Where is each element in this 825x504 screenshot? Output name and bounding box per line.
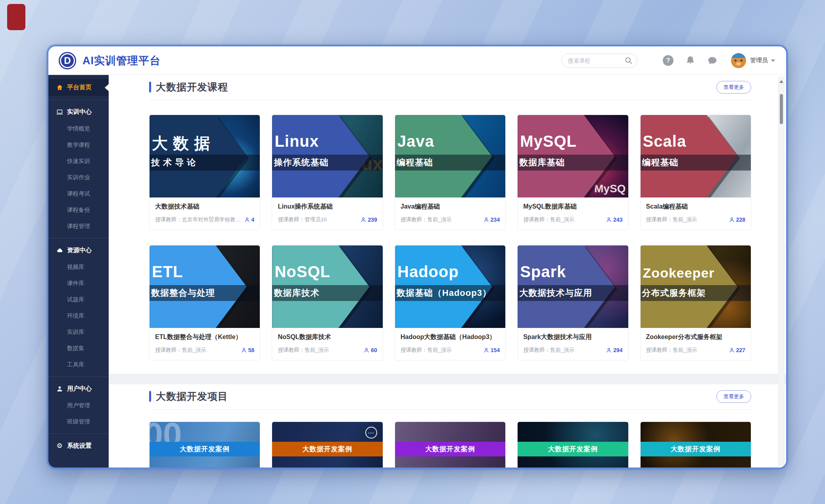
- course-banner-image: 分布式服务框架Zookeeper: [641, 245, 751, 328]
- main-content: 大数据开发课程 查看更多 技 术 导 论大 数 据大数据技术基础授课教师：北京市…: [109, 75, 786, 468]
- sidebar-item-12[interactable]: 视频库: [48, 259, 109, 275]
- student-count: 227: [729, 347, 745, 353]
- sidebar-divider: [48, 100, 109, 100]
- project-card[interactable]: 00大数据开发案例: [149, 422, 260, 468]
- teacher-prefix: 授课教师：: [278, 347, 305, 353]
- project-banner-image: 大数据开发案例: [641, 422, 751, 468]
- projects-more-button[interactable]: 查看更多: [716, 390, 751, 403]
- sidebar-item-8[interactable]: 课程备份: [48, 202, 109, 218]
- courses-more-button[interactable]: 查看更多: [716, 81, 751, 94]
- course-info: MySQL数据库基础授课教师：售前_演示243: [518, 197, 628, 230]
- sidebar-item-label: 视频库: [67, 264, 84, 270]
- sidebar-item-20[interactable]: 用户中心: [48, 380, 109, 397]
- person-icon: [729, 347, 735, 353]
- user-name[interactable]: 管理员: [750, 57, 768, 64]
- sidebar-item-18[interactable]: 工具库: [48, 356, 109, 373]
- teacher-prefix: 授课教师：: [646, 347, 673, 353]
- chat-icon: [707, 56, 718, 66]
- project-card[interactable]: 大数据开发案例: [517, 422, 628, 468]
- banner-subtitle: 数据整合与处理: [150, 287, 215, 299]
- course-card[interactable]: 大数据技术与应用SparkSpark大数据技术与应用授课教师：售前_演示294: [517, 245, 628, 360]
- student-count: 228: [729, 217, 745, 223]
- sidebar-item-2[interactable]: 实训中心: [48, 103, 109, 121]
- course-teacher: 授课教师：管理员10: [278, 216, 358, 223]
- student-count-value: 58: [248, 347, 255, 353]
- sidebar-item-label: 数据集: [67, 345, 84, 351]
- sidebar-item-4[interactable]: 教学课程: [48, 137, 109, 153]
- project-card[interactable]: ⋯大数据开发案例: [272, 422, 383, 468]
- sidebar-item-label: 课件库: [67, 280, 84, 286]
- notifications-button[interactable]: [685, 56, 695, 65]
- banner-title: Spark: [520, 263, 566, 281]
- user-icon: [56, 385, 63, 393]
- help-button[interactable]: ?: [663, 55, 673, 66]
- scroll-up-arrow-icon[interactable]: [779, 80, 783, 83]
- sidebar-item-5[interactable]: 快速实训: [48, 153, 109, 169]
- course-card[interactable]: Linux操作系统基础LinuxLinux操作系统基础授课教师：管理员10239: [272, 115, 383, 230]
- course-card[interactable]: 编程基础ScalaScala编程基础授课教师：售前_演示228: [640, 115, 751, 230]
- sidebar-item-label: 课程考试: [67, 190, 90, 197]
- sidebar-item-6[interactable]: 实训作业: [48, 169, 109, 186]
- course-card[interactable]: 编程基础JavaJava编程基础授课教师：售前_演示234: [395, 115, 506, 230]
- chevron-down-icon[interactable]: [771, 59, 775, 62]
- vertical-scrollbar[interactable]: [778, 77, 785, 466]
- sidebar-item-label: 快速实训: [67, 158, 90, 164]
- banner-subtitle: 编程基础: [641, 157, 679, 169]
- scrollbar-thumb[interactable]: [780, 94, 783, 124]
- course-meta: 授课教师：管理员10239: [278, 216, 377, 223]
- sidebar-item-11[interactable]: 资源中心: [48, 242, 109, 259]
- sidebar-item-21[interactable]: 用户管理: [48, 397, 109, 414]
- sidebar-item-9[interactable]: 课程管理: [48, 218, 109, 234]
- course-banner-image: 编程基础Java: [395, 115, 505, 197]
- help-icon: ?: [663, 55, 673, 66]
- app-body: 平台首页实训中心学情概览教学课程快速实训实训作业课程考试课程备份课程管理资源中心…: [48, 75, 786, 468]
- banner-subtitle-band: 大数据技术与应用: [518, 285, 628, 301]
- project-banner-image: ⋯大数据开发案例: [272, 422, 382, 468]
- sidebar-item-13[interactable]: 课件库: [48, 275, 109, 291]
- app-logo[interactable]: D: [59, 52, 76, 69]
- course-banner-image: 数据整合与处理ETL: [150, 245, 260, 328]
- sidebar-item-22[interactable]: 班级管理: [48, 414, 109, 430]
- sidebar-item-label: 环境库: [67, 312, 84, 319]
- course-info: Hadoop大数据基础（Hadoop3）授课教师：售前_演示154: [395, 328, 505, 360]
- banner-title: Scala: [643, 132, 687, 150]
- banner-subtitle: 数据库技术: [272, 287, 319, 299]
- sidebar-item-0[interactable]: 平台首页: [48, 79, 109, 96]
- course-meta: 授课教师：售前_演示228: [646, 216, 745, 223]
- laptop-icon: [56, 109, 63, 116]
- project-card[interactable]: 大数据开发案例: [395, 422, 506, 468]
- sidebar-item-14[interactable]: 试题库: [48, 291, 109, 308]
- course-card[interactable]: MySQ数据库基础MySQLMySQL数据库基础授课教师：售前_演示243: [517, 115, 628, 230]
- student-count-value: 227: [736, 347, 745, 353]
- course-info: NoSQL数据库技术授课教师：售前_演示60: [272, 328, 382, 360]
- sidebar-item-17[interactable]: 数据集: [48, 340, 109, 356]
- student-count-value: 239: [368, 217, 377, 223]
- teacher-prefix: 授课教师：: [523, 217, 550, 222]
- course-card[interactable]: 数据基础（Hadoop3）HadoopHadoop大数据基础（Hadoop3）授…: [395, 245, 506, 360]
- person-icon: [244, 217, 250, 222]
- bell-icon: [685, 56, 695, 65]
- course-card[interactable]: 分布式服务框架ZookeeperZookeeper分布式服务框架授课教师：售前_…: [640, 245, 751, 360]
- project-label: 大数据开发案例: [180, 445, 230, 454]
- person-icon: [361, 217, 366, 222]
- person-icon: [729, 217, 735, 222]
- sidebar-item-7[interactable]: 课程考试: [48, 186, 109, 202]
- course-card[interactable]: 数据整合与处理ETLETL数据整合与处理（Kettle）授课教师：售前_演示58: [149, 245, 260, 360]
- course-card[interactable]: 数据库技术NoSQLNoSQL数据库技术授课教师：售前_演示60: [272, 245, 383, 360]
- banner-title: Java: [397, 132, 434, 150]
- sidebar-item-label: 资源中心: [67, 246, 92, 255]
- course-teacher: 授课教师：售前_演示: [278, 347, 361, 354]
- user-avatar[interactable]: [731, 53, 746, 68]
- course-banner-image: 编程基础Scala: [641, 115, 751, 197]
- teacher-name: 售前_演示: [673, 217, 697, 222]
- banner-subtitle-band: 编程基础: [395, 155, 505, 171]
- messages-button[interactable]: [707, 56, 718, 66]
- course-card[interactable]: 技 术 导 论大 数 据大数据技术基础授课教师：北京市对外贸易学校教...4: [149, 115, 260, 230]
- student-count: 234: [483, 217, 500, 223]
- search-icon[interactable]: [624, 56, 633, 65]
- sidebar-item-3[interactable]: 学情概览: [48, 121, 109, 137]
- sidebar-item-15[interactable]: 环境库: [48, 308, 109, 324]
- project-card[interactable]: 大数据开发案例: [640, 422, 751, 468]
- sidebar-item-16[interactable]: 实训库: [48, 324, 109, 340]
- sidebar-item-24[interactable]: ⚙系统设置: [48, 437, 109, 454]
